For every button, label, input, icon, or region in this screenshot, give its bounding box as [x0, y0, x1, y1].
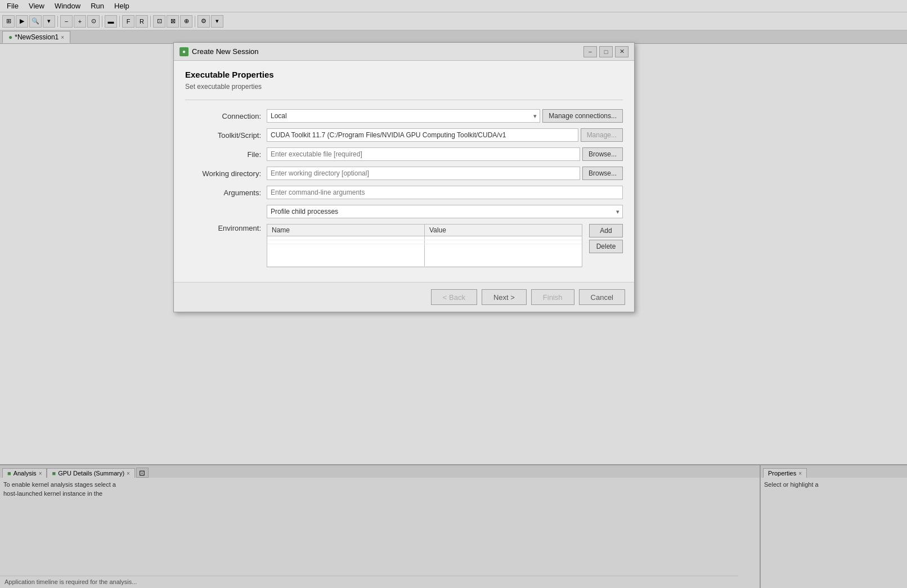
- env-table: Name Value: [267, 225, 582, 267]
- dialog-close-btn[interactable]: ✕: [615, 46, 628, 57]
- section-divider: [185, 100, 623, 100]
- connection-select-wrapper: Local: [267, 109, 540, 123]
- toolkit-input[interactable]: [267, 128, 578, 142]
- profile-spacer: [185, 205, 267, 218]
- connection-select[interactable]: Local: [267, 109, 540, 123]
- dialog-icon: ●: [179, 47, 188, 56]
- dialog-titlebar-buttons: − □ ✕: [583, 46, 628, 57]
- next-btn[interactable]: Next >: [482, 289, 527, 305]
- arguments-control-group: [267, 186, 623, 199]
- dialog-title-text: Create New Session: [192, 47, 259, 56]
- manage-connections-btn[interactable]: Manage connections...: [542, 109, 623, 123]
- manage-btn[interactable]: Manage...: [581, 128, 623, 142]
- section-title: Executable Properties: [185, 70, 623, 79]
- dialog-minimize-btn[interactable]: −: [583, 46, 597, 57]
- toolkit-row: Toolkit/Script: Manage...: [185, 128, 623, 142]
- toolkit-label: Toolkit/Script:: [185, 131, 267, 140]
- dialog-body: Executable Properties Set executable pro…: [174, 61, 634, 282]
- add-btn[interactable]: Add: [589, 224, 623, 237]
- finish-btn[interactable]: Finish: [531, 289, 574, 305]
- connection-label: Connection:: [185, 112, 267, 120]
- dialog-maximize-btn[interactable]: □: [599, 46, 613, 57]
- file-row: File: Browse...: [185, 147, 623, 161]
- env-buttons: Add Delete: [589, 224, 623, 253]
- file-browse-btn[interactable]: Browse...: [582, 147, 623, 161]
- environment-label: Environment:: [185, 224, 267, 232]
- cancel-btn[interactable]: Cancel: [579, 289, 625, 305]
- back-btn[interactable]: < Back: [431, 289, 477, 305]
- env-col-value-header: Value: [425, 225, 582, 236]
- dialog-titlebar: ● Create New Session − □ ✕: [174, 43, 634, 61]
- dialog-footer: < Back Next > Finish Cancel: [174, 282, 634, 312]
- profile-row: Profile child processes: [185, 205, 623, 218]
- env-value-cell-2[interactable]: [425, 240, 582, 244]
- working-dir-row: Working directory: Browse...: [185, 167, 623, 180]
- table-row: [267, 240, 582, 244]
- table-row: [267, 244, 582, 267]
- connection-row: Connection: Local Manage connections...: [185, 109, 623, 123]
- profile-select[interactable]: Profile child processes: [267, 205, 623, 218]
- file-label: File:: [185, 150, 267, 159]
- dialog-title-left: ● Create New Session: [179, 47, 259, 56]
- arguments-row: Arguments:: [185, 186, 623, 199]
- file-input[interactable]: [267, 147, 580, 161]
- environment-row: Environment: Name Value: [185, 224, 623, 267]
- connection-control-group: Local Manage connections...: [267, 109, 623, 123]
- delete-btn[interactable]: Delete: [589, 240, 623, 253]
- working-dir-input[interactable]: [267, 167, 580, 180]
- table-row: [267, 236, 582, 240]
- working-dir-browse-btn[interactable]: Browse...: [582, 167, 623, 180]
- env-value-cell[interactable]: [425, 236, 582, 240]
- create-new-session-dialog: ● Create New Session − □ ✕ Executable Pr…: [173, 42, 635, 312]
- env-col-name-header: Name: [267, 225, 425, 236]
- env-name-cell-2[interactable]: [267, 240, 425, 244]
- section-subtitle: Set executable properties: [185, 83, 623, 91]
- working-dir-label: Working directory:: [185, 169, 267, 178]
- working-dir-control-group: Browse...: [267, 167, 623, 180]
- arguments-input[interactable]: [267, 186, 623, 199]
- env-name-cell-3[interactable]: [267, 244, 425, 267]
- toolkit-control-group: Manage...: [267, 128, 623, 142]
- env-value-cell-3[interactable]: [425, 244, 582, 267]
- file-control-group: Browse...: [267, 147, 623, 161]
- env-name-cell[interactable]: [267, 236, 425, 240]
- profile-select-wrapper: Profile child processes: [267, 205, 623, 218]
- arguments-label: Arguments:: [185, 188, 267, 197]
- env-table-wrapper: Name Value: [267, 224, 582, 267]
